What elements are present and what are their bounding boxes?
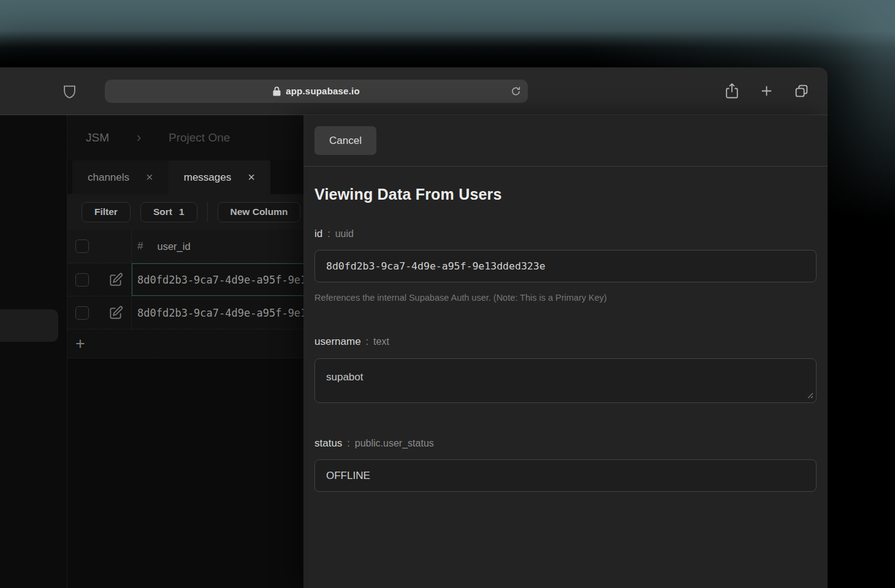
tab-label: channels xyxy=(88,172,129,184)
new-tab-icon[interactable] xyxy=(760,84,774,98)
browser-toolbar: app.supabase.io xyxy=(0,67,828,115)
field-type: uuid xyxy=(335,228,354,239)
close-icon[interactable]: × xyxy=(248,170,255,184)
share-icon[interactable] xyxy=(725,83,739,99)
username-textarea[interactable]: supabot xyxy=(314,358,817,403)
sort-label: Sort xyxy=(153,206,172,217)
reload-icon[interactable] xyxy=(511,86,521,97)
row-detail-panel: Cancel Viewing Data From Users id : uuid… xyxy=(303,115,828,588)
toolbar-divider xyxy=(207,202,208,222)
resize-handle-icon[interactable] xyxy=(806,391,813,399)
edit-row-icon[interactable] xyxy=(108,305,124,321)
lock-icon xyxy=(273,86,281,96)
row-controls xyxy=(67,296,132,329)
field-separator: : xyxy=(366,336,368,347)
hash-icon: # xyxy=(137,240,143,252)
sort-count-badge: 1 xyxy=(179,206,185,217)
row-checkbox[interactable] xyxy=(75,306,89,320)
filter-button[interactable]: Filter xyxy=(82,202,131,222)
status-input[interactable] xyxy=(314,459,817,492)
app-area: JSM Project One channels × messages × xyxy=(0,115,828,588)
row-checkbox[interactable] xyxy=(75,273,89,287)
panel-header: Cancel xyxy=(303,115,828,167)
field-name: status xyxy=(314,437,342,450)
row-controls xyxy=(67,263,132,296)
plus-icon: + xyxy=(75,337,85,350)
field-label-id: id : uuid xyxy=(314,228,817,240)
field-name: id xyxy=(314,228,322,240)
panel-title: Viewing Data From Users xyxy=(314,186,817,203)
url-text: app.supabase.io xyxy=(286,86,360,96)
field-type: public.user_status xyxy=(355,438,434,449)
id-input[interactable] xyxy=(314,250,817,282)
select-all-checkbox[interactable] xyxy=(75,239,89,253)
header-checkbox-cell xyxy=(67,230,132,263)
column-title: user_id xyxy=(157,241,190,252)
tab-channels[interactable]: channels × xyxy=(72,160,169,194)
new-column-label: New Column xyxy=(230,206,288,217)
breadcrumb-org[interactable]: JSM xyxy=(86,131,109,145)
field-name: username xyxy=(314,336,361,348)
field-label-username: username : text xyxy=(314,336,817,348)
address-bar[interactable]: app.supabase.io xyxy=(105,80,528,103)
panel-body: Viewing Data From Users id : uuid Refere… xyxy=(303,186,828,492)
id-helper-text: References the internal Supabase Auth us… xyxy=(314,293,817,303)
field-separator: : xyxy=(327,228,330,239)
privacy-shield-icon[interactable] xyxy=(63,83,77,99)
field-separator: : xyxy=(347,438,349,449)
filter-label: Filter xyxy=(94,206,118,217)
sidebar-active-item[interactable] xyxy=(0,309,58,342)
new-column-button[interactable]: New Column xyxy=(218,202,301,222)
cancel-button[interactable]: Cancel xyxy=(314,126,376,155)
username-field-wrap: supabot xyxy=(314,358,817,403)
sort-button[interactable]: Sort 1 xyxy=(140,202,197,222)
tab-messages[interactable]: messages × xyxy=(169,160,270,194)
close-icon[interactable]: × xyxy=(146,170,153,184)
app-sidebar xyxy=(0,115,67,588)
field-label-status: status : public.user_status xyxy=(314,437,817,450)
edit-row-icon[interactable] xyxy=(108,272,124,288)
browser-actions xyxy=(725,83,809,99)
field-type: text xyxy=(373,336,389,347)
breadcrumb-project[interactable]: Project One xyxy=(169,131,230,145)
tab-overview-icon[interactable] xyxy=(794,83,809,99)
chevron-right-icon xyxy=(135,134,143,143)
browser-window: app.supabase.io xyxy=(0,67,828,588)
tab-label: messages xyxy=(184,172,231,184)
